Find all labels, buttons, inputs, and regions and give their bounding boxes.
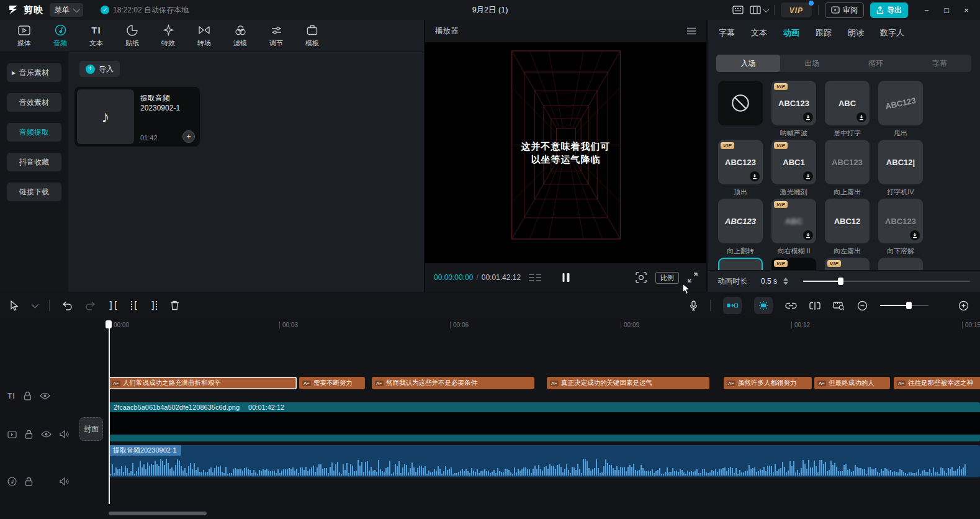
text-clip[interactable]: A≡ 然而我认为这些并不是必要条件 xyxy=(372,377,534,389)
zoom-out-button[interactable] xyxy=(857,300,868,311)
timeline[interactable]: 00:00 00:03 00:06 00:09 00:12 00:15 TI xyxy=(0,319,980,519)
cover-button[interactable]: 封面 xyxy=(79,417,103,441)
tab-text[interactable]: TI 文本 xyxy=(81,24,112,48)
animation-tile-4[interactable]: VIPABC123 xyxy=(718,140,763,184)
subtab-out[interactable]: 出场 xyxy=(780,55,844,72)
export-button[interactable]: 导出 xyxy=(870,2,908,18)
text-clip[interactable]: A≡ 真正决定成功的关键因素是运气 xyxy=(547,377,709,389)
lock-icon[interactable] xyxy=(25,477,33,486)
tab-animation[interactable]: 动画 xyxy=(783,27,799,38)
visibility-eye-icon[interactable] xyxy=(40,392,50,399)
lock-icon[interactable] xyxy=(24,391,32,400)
audio-clip-card[interactable]: ♪ 提取音频 20230902-1 01:42 + xyxy=(74,87,200,147)
delete-button[interactable] xyxy=(170,300,179,310)
delete-right-button[interactable]: ] xyxy=(150,300,158,311)
animation-tile-11[interactable]: ABC123 xyxy=(878,199,923,243)
shortcut-keyboard-button[interactable] xyxy=(732,6,744,14)
animation-tile-0[interactable] xyxy=(718,81,763,125)
video-clip[interactable]: 2fcaacb5a061b4a502dfe1208635c6d.png 00:0… xyxy=(109,402,980,441)
mute-speaker-icon[interactable] xyxy=(60,477,69,485)
mute-speaker-icon[interactable] xyxy=(60,430,69,438)
subtab-caption[interactable]: 字幕 xyxy=(907,55,971,72)
preview-axis-toggle-button[interactable] xyxy=(754,297,773,314)
duration-value[interactable]: 0.5 s xyxy=(761,277,777,286)
split-button[interactable]: ][ xyxy=(108,300,118,311)
playhead[interactable] xyxy=(109,320,110,504)
visibility-eye-icon[interactable] xyxy=(41,431,52,438)
pause-button[interactable] xyxy=(562,273,569,282)
layout-switch-button[interactable] xyxy=(750,6,768,14)
zoom-in-button[interactable] xyxy=(958,300,969,311)
tab-transitions[interactable]: 转场 xyxy=(189,24,220,48)
timeline-zoom-slider[interactable] xyxy=(880,302,928,309)
animation-tile-7[interactable]: ABC12| xyxy=(878,140,923,184)
timeline-ruler[interactable]: 00:00 00:03 00:06 00:09 00:12 00:15 xyxy=(0,319,980,333)
close-button[interactable]: × xyxy=(958,2,975,17)
animation-tile-15[interactable] xyxy=(878,258,923,270)
animation-tile-5[interactable]: VIPABC1 xyxy=(771,140,816,184)
slider-thumb[interactable] xyxy=(906,302,912,309)
delete-left-button[interactable]: [ xyxy=(130,300,138,311)
step-up-icon[interactable] xyxy=(783,278,788,281)
focus-frame-icon[interactable] xyxy=(636,272,647,283)
sidebar-item-audio-extract[interactable]: 音频提取 xyxy=(7,123,61,142)
snap-toggle-button[interactable] xyxy=(723,297,742,314)
text-clip[interactable]: A≡ 需要不断努力 xyxy=(299,377,365,389)
animation-tile-9[interactable]: VIPABC xyxy=(771,199,816,243)
animation-tile-3[interactable]: ABC123 xyxy=(878,81,923,125)
tab-subtitle[interactable]: 字幕 xyxy=(719,27,735,38)
text-clip[interactable]: A≡ 往往是那些被幸运之神 xyxy=(894,377,980,389)
text-clip[interactable]: A≡ 人们常说成功之路充满曲折和艰辛 xyxy=(109,377,297,389)
select-tool-button[interactable] xyxy=(10,300,19,311)
record-voiceover-button[interactable] xyxy=(690,300,698,311)
sidebar-item-sound-effects[interactable]: 音效素材 xyxy=(7,93,61,112)
lock-icon[interactable] xyxy=(25,430,33,439)
add-to-timeline-button[interactable]: + xyxy=(182,130,195,143)
player-menu-icon[interactable] xyxy=(686,27,696,35)
sidebar-item-douyin-favorites[interactable]: 抖音收藏 xyxy=(7,153,61,171)
tab-digital-human[interactable]: 数字人 xyxy=(880,27,904,38)
tab-media[interactable]: 媒体 xyxy=(9,24,40,48)
tab-filters[interactable]: 滤镜 xyxy=(225,24,256,48)
step-down-icon[interactable] xyxy=(783,282,788,285)
maximize-button[interactable]: □ xyxy=(938,2,955,17)
tab-sticker[interactable]: 贴纸 xyxy=(117,24,148,48)
slider-thumb[interactable] xyxy=(838,278,843,285)
animation-tile-6[interactable]: ABC123 xyxy=(825,140,870,184)
video-preview[interactable]: 这并不意味着我们可 以坐等运气降临 xyxy=(425,42,706,263)
animation-tile-13[interactable]: VIP xyxy=(771,258,816,270)
playhead-handle[interactable] xyxy=(106,320,112,328)
animation-tile-2[interactable]: ABC xyxy=(825,81,870,125)
tab-read-aloud[interactable]: 朗读 xyxy=(848,27,864,38)
select-tool-dropdown[interactable] xyxy=(32,303,37,308)
duration-slider[interactable] xyxy=(803,277,970,286)
duration-stepper[interactable] xyxy=(783,278,788,285)
review-button[interactable]: 审阅 xyxy=(825,2,864,18)
animation-tile-1[interactable]: VIPABC123 xyxy=(771,81,816,125)
ratio-button[interactable]: 比例 xyxy=(655,272,679,284)
text-clip[interactable]: A≡ 但最终成功的人 xyxy=(814,377,890,389)
undo-button[interactable] xyxy=(62,301,73,310)
sidebar-item-link-download[interactable]: 链接下载 xyxy=(7,183,61,201)
tab-templates[interactable]: 模板 xyxy=(297,24,328,48)
menu-button[interactable]: 菜单 xyxy=(50,3,83,17)
tab-tracking[interactable]: 跟踪 xyxy=(816,27,832,38)
audio-clip[interactable]: 提取音频20230902-1 xyxy=(109,445,980,477)
sidebar-item-music[interactable]: ▶ 音乐素材 xyxy=(7,63,61,82)
tab-text[interactable]: 文本 xyxy=(751,27,767,38)
tab-effects[interactable]: 特效 xyxy=(153,24,184,48)
link-toggle-button[interactable] xyxy=(785,302,797,309)
tab-adjust[interactable]: 调节 xyxy=(261,24,292,48)
redo-button[interactable] xyxy=(85,301,96,310)
import-button[interactable]: + 导入 xyxy=(79,61,120,77)
animation-tile-8[interactable]: ABC123 xyxy=(718,199,763,243)
split-view-button[interactable] xyxy=(809,302,820,310)
animation-tile-10[interactable]: ABC12 xyxy=(825,199,870,243)
text-clip[interactable]: A≡ 虽然许多人都很努力 xyxy=(724,377,812,389)
tab-audio[interactable]: 音频 xyxy=(45,24,76,48)
animation-tile-14[interactable]: VIPABC1 xyxy=(825,258,870,270)
subtab-loop[interactable]: 循环 xyxy=(844,55,908,72)
subtitle-list-icon[interactable] xyxy=(528,273,542,282)
fullscreen-icon[interactable] xyxy=(688,273,698,282)
preview-quality-button[interactable] xyxy=(833,301,845,310)
